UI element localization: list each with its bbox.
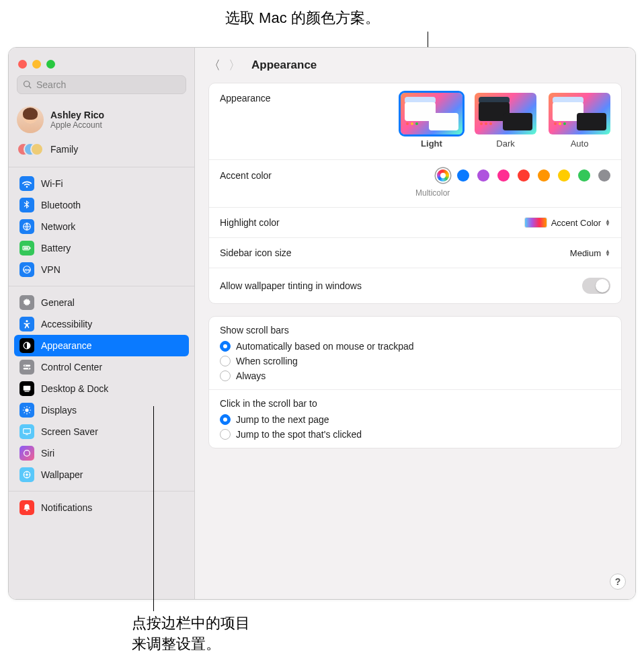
sidebar-item-network[interactable]: Network — [14, 216, 189, 237]
sidebar-item-notifications[interactable]: Notifications — [14, 497, 189, 518]
sidebar-icon-size-value: Medium — [570, 248, 601, 258]
wallpaper-tinting-row: Allow wallpaper tinting in windows — [209, 268, 621, 303]
appearance-mode-row: Appearance Light — [209, 83, 621, 160]
svg-point-10 — [25, 365, 26, 366]
svg-rect-8 — [24, 365, 31, 367]
minimize-window-button[interactable] — [32, 60, 41, 69]
search-wrap: Search — [9, 73, 194, 102]
sidebar-item-vpn[interactable]: VPN VPN — [14, 259, 189, 280]
scrollbars-opt-scrolling[interactable]: When scrolling — [220, 356, 610, 366]
sidebar-item-control-center[interactable]: Control Center — [14, 356, 189, 378]
sidebar-item-general[interactable]: General — [14, 292, 189, 313]
divider — [9, 491, 194, 492]
sidebar-item-appearance[interactable]: Appearance — [14, 335, 189, 356]
search-icon — [23, 80, 32, 89]
accent-swatch-pink[interactable] — [497, 169, 510, 182]
wallpaper-tinting-toggle[interactable] — [582, 278, 610, 294]
svg-point-22 — [24, 474, 25, 475]
row-label-highlight: Highlight color — [220, 217, 280, 228]
accent-swatch-purple[interactable] — [477, 169, 489, 182]
scrollbars-group: Show scroll bars Automatically based on … — [209, 317, 621, 448]
apple-account-row[interactable]: Ashley Rico Apple Account — [9, 102, 194, 137]
svg-point-19 — [26, 473, 28, 476]
sidebar-item-desktop-dock[interactable]: Desktop & Dock — [14, 378, 189, 399]
divider — [9, 286, 194, 286]
accent-swatch-multicolor[interactable] — [437, 169, 449, 182]
radio-icon — [220, 414, 231, 425]
chevron-updown-icon: ▲▼ — [605, 219, 610, 226]
sidebar-item-label: Bluetooth — [41, 200, 81, 210]
scrollbars-opt-auto[interactable]: Automatically based on mouse or trackpad — [220, 341, 610, 352]
row-label-accent: Accent color — [220, 170, 272, 181]
sidebar-item-wallpaper[interactable]: Wallpaper — [14, 464, 189, 485]
sidebar-item-siri[interactable]: Siri — [14, 442, 189, 464]
radio-label: When scrolling — [236, 356, 298, 366]
thumb-label: Dark — [496, 139, 514, 149]
forward-button[interactable]: 〉 — [229, 57, 241, 73]
svg-rect-16 — [26, 434, 28, 435]
account-sub: Apple Account — [50, 120, 104, 130]
notifications-icon — [19, 500, 34, 515]
back-button[interactable]: 〈 — [208, 57, 220, 73]
appearance-option-auto[interactable]: Auto — [549, 93, 610, 149]
accent-swatch-blue[interactable] — [457, 169, 469, 182]
thumb-light-preview — [401, 93, 462, 134]
help-button[interactable]: ? — [610, 574, 626, 590]
sidebar-item-label: Wallpaper — [41, 469, 83, 480]
network-icon — [19, 219, 34, 234]
accent-swatch-orange[interactable] — [538, 169, 550, 182]
sidebar-item-label: Notifications — [41, 502, 92, 513]
sidebar-item-accessibility[interactable]: Accessibility — [14, 313, 189, 335]
row-label-appearance: Appearance — [220, 93, 271, 104]
svg-rect-13 — [25, 391, 30, 392]
svg-point-17 — [24, 450, 30, 457]
svg-rect-9 — [24, 368, 31, 370]
scrollclick-title: Click in the scroll bar to — [220, 398, 610, 409]
accent-color-row: Accent color Multi — [209, 160, 621, 208]
svg-rect-3 — [30, 247, 30, 249]
nav-group-alerts: Notifications — [9, 494, 194, 521]
appearance-icon — [19, 338, 34, 353]
accent-swatch-yellow[interactable] — [558, 169, 570, 182]
zoom-window-button[interactable] — [46, 60, 55, 69]
callout-line-bottom — [153, 406, 154, 611]
appearance-option-light[interactable]: Light — [401, 93, 462, 149]
svg-rect-15 — [24, 429, 31, 434]
accent-swatch-red[interactable] — [518, 169, 530, 182]
sidebar-item-battery[interactable]: Battery — [14, 237, 189, 259]
content-scroll: Appearance Light — [195, 83, 635, 599]
sidebar-item-bluetooth[interactable]: Bluetooth — [14, 194, 189, 216]
sidebar-item-screen-saver[interactable]: Screen Saver — [14, 421, 189, 442]
toolbar: 〈 〉 Appearance — [195, 48, 635, 83]
close-window-button[interactable] — [18, 60, 27, 69]
accent-swatch-green[interactable] — [578, 169, 590, 182]
appearance-option-dark[interactable]: Dark — [475, 93, 536, 149]
family-row[interactable]: Family — [9, 137, 194, 164]
window-controls — [9, 53, 194, 73]
screen-saver-icon — [19, 424, 34, 439]
callout-bottom-line1: 点按边栏中的项目 — [132, 613, 250, 634]
thumb-label: Auto — [571, 139, 589, 149]
accent-swatches — [437, 169, 610, 182]
search-input[interactable]: Search — [17, 75, 186, 94]
sidebar-item-label: General — [41, 297, 75, 308]
accent-swatch-graphite[interactable] — [598, 169, 610, 182]
scrollclick-opt-spot[interactable]: Jump to the spot that's clicked — [220, 429, 610, 440]
sidebar-icon-size-dropdown[interactable]: Medium ▲▼ — [570, 248, 610, 258]
scrollclick-opt-nextpage[interactable]: Jump to the next page — [220, 414, 610, 425]
row-label-sidebar-icon: Sidebar icon size — [220, 247, 292, 258]
svg-point-6 — [26, 320, 28, 322]
appearance-thumbs: Light Dark — [401, 93, 610, 149]
highlight-color-dropdown[interactable]: Accent Color ▲▼ — [524, 217, 610, 228]
wallpaper-icon — [19, 467, 34, 482]
sidebar-item-wifi[interactable]: Wi-Fi — [14, 173, 189, 194]
svg-point-23 — [29, 474, 30, 475]
displays-icon — [19, 403, 34, 418]
radio-label: Automatically based on mouse or trackpad — [236, 341, 414, 352]
sidebar-item-label: Accessibility — [41, 319, 92, 329]
page-title: Appearance — [251, 58, 317, 72]
sidebar-item-displays[interactable]: Displays — [14, 399, 189, 421]
divider — [209, 389, 621, 390]
sidebar-item-label: Displays — [41, 405, 77, 416]
scrollbars-opt-always[interactable]: Always — [220, 370, 610, 381]
